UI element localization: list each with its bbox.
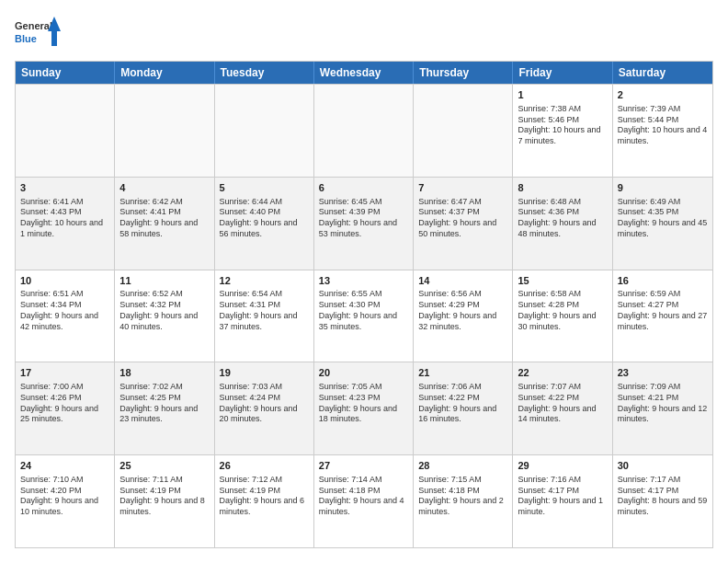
day-number: 27 [319,459,408,473]
day-number: 4 [119,181,209,195]
cell-info: Sunrise: 7:03 AM Sunset: 4:24 PM Dayligh… [220,382,309,425]
empty-cell [115,85,214,177]
cell-info: Sunrise: 6:44 AM Sunset: 4:40 PM Dayligh… [220,197,309,240]
cell-info: Sunrise: 6:47 AM Sunset: 4:37 PM Dayligh… [418,197,507,240]
cell-info: Sunrise: 6:45 AM Sunset: 4:39 PM Dayligh… [319,197,408,240]
calendar-row-1: 3Sunrise: 6:41 AM Sunset: 4:43 PM Daylig… [16,177,712,270]
cell-info: Sunrise: 7:17 AM Sunset: 4:17 PM Dayligh… [618,475,708,518]
day-number: 18 [119,366,209,380]
cell-info: Sunrise: 7:02 AM Sunset: 4:25 PM Dayligh… [119,382,209,425]
day-cell-18: 18Sunrise: 7:02 AM Sunset: 4:25 PM Dayli… [115,362,214,454]
day-number: 17 [20,366,109,380]
calendar-row-2: 10Sunrise: 6:51 AM Sunset: 4:34 PM Dayli… [16,270,712,362]
day-cell-25: 25Sunrise: 7:11 AM Sunset: 4:19 PM Dayli… [115,455,214,547]
day-number: 13 [319,274,408,288]
day-number: 19 [220,366,309,380]
cell-info: Sunrise: 6:52 AM Sunset: 4:32 PM Dayligh… [119,289,209,332]
day-number: 28 [418,459,507,473]
calendar-row-4: 24Sunrise: 7:10 AM Sunset: 4:20 PM Dayli… [16,454,712,547]
day-cell-11: 11Sunrise: 6:52 AM Sunset: 4:32 PM Dayli… [115,270,214,362]
cell-info: Sunrise: 7:05 AM Sunset: 4:23 PM Dayligh… [319,382,408,425]
day-cell-30: 30Sunrise: 7:17 AM Sunset: 4:17 PM Dayli… [613,455,712,547]
day-number: 24 [20,459,109,473]
svg-text:General: General [15,20,52,31]
cell-info: Sunrise: 7:09 AM Sunset: 4:21 PM Dayligh… [618,382,708,425]
day-cell-22: 22Sunrise: 7:07 AM Sunset: 4:22 PM Dayli… [513,362,612,454]
day-cell-10: 10Sunrise: 6:51 AM Sunset: 4:34 PM Dayli… [16,270,115,362]
day-cell-17: 17Sunrise: 7:00 AM Sunset: 4:26 PM Dayli… [16,362,115,454]
day-cell-29: 29Sunrise: 7:16 AM Sunset: 4:17 PM Dayli… [513,455,612,547]
cell-info: Sunrise: 6:41 AM Sunset: 4:43 PM Dayligh… [20,197,109,240]
cell-info: Sunrise: 6:58 AM Sunset: 4:28 PM Dayligh… [518,289,607,332]
day-number: 2 [618,88,708,102]
cell-info: Sunrise: 7:14 AM Sunset: 4:18 PM Dayligh… [319,475,408,518]
empty-cell [215,85,314,177]
day-cell-24: 24Sunrise: 7:10 AM Sunset: 4:20 PM Dayli… [16,455,115,547]
calendar-row-3: 17Sunrise: 7:00 AM Sunset: 4:26 PM Dayli… [16,362,712,454]
day-number: 22 [518,366,607,380]
day-cell-2: 2Sunrise: 7:39 AM Sunset: 5:44 PM Daylig… [613,85,712,177]
day-number: 5 [220,181,309,195]
empty-cell [314,85,414,177]
day-cell-12: 12Sunrise: 6:54 AM Sunset: 4:31 PM Dayli… [215,270,314,362]
day-cell-20: 20Sunrise: 7:05 AM Sunset: 4:23 PM Dayli… [314,362,414,454]
day-number: 10 [20,274,109,288]
day-number: 21 [418,366,507,380]
day-number: 16 [618,274,708,288]
day-number: 6 [319,181,408,195]
day-cell-26: 26Sunrise: 7:12 AM Sunset: 4:19 PM Dayli… [215,455,314,547]
day-number: 9 [618,181,708,195]
cell-info: Sunrise: 7:12 AM Sunset: 4:19 PM Dayligh… [220,475,309,518]
header-cell-thursday: Thursday [414,62,513,84]
day-number: 15 [518,274,607,288]
day-number: 29 [518,459,607,473]
day-cell-28: 28Sunrise: 7:15 AM Sunset: 4:18 PM Dayli… [414,455,513,547]
cell-info: Sunrise: 6:42 AM Sunset: 4:41 PM Dayligh… [119,197,209,240]
cell-info: Sunrise: 7:00 AM Sunset: 4:26 PM Dayligh… [20,382,109,425]
cell-info: Sunrise: 7:38 AM Sunset: 5:46 PM Dayligh… [518,104,607,147]
header-cell-wednesday: Wednesday [314,62,414,84]
cell-info: Sunrise: 6:49 AM Sunset: 4:35 PM Dayligh… [618,197,708,240]
cell-info: Sunrise: 6:59 AM Sunset: 4:27 PM Dayligh… [618,289,708,332]
day-cell-16: 16Sunrise: 6:59 AM Sunset: 4:27 PM Dayli… [613,270,712,362]
day-cell-6: 6Sunrise: 6:45 AM Sunset: 4:39 PM Daylig… [314,178,414,270]
calendar-header: SundayMondayTuesdayWednesdayThursdayFrid… [16,62,712,84]
day-cell-21: 21Sunrise: 7:06 AM Sunset: 4:22 PM Dayli… [414,362,513,454]
day-number: 12 [220,274,309,288]
day-cell-5: 5Sunrise: 6:44 AM Sunset: 4:40 PM Daylig… [215,178,314,270]
cell-info: Sunrise: 7:16 AM Sunset: 4:17 PM Dayligh… [518,475,607,518]
day-cell-7: 7Sunrise: 6:47 AM Sunset: 4:37 PM Daylig… [414,178,513,270]
svg-text:Blue: Blue [15,33,37,44]
cell-info: Sunrise: 6:55 AM Sunset: 4:30 PM Dayligh… [319,289,408,332]
cell-info: Sunrise: 7:06 AM Sunset: 4:22 PM Dayligh… [418,382,507,425]
cell-info: Sunrise: 6:56 AM Sunset: 4:29 PM Dayligh… [418,289,507,332]
day-number: 20 [319,366,408,380]
cell-info: Sunrise: 7:11 AM Sunset: 4:19 PM Dayligh… [119,475,209,518]
header-cell-friday: Friday [513,62,612,84]
cell-info: Sunrise: 6:51 AM Sunset: 4:34 PM Dayligh… [20,289,109,332]
day-cell-19: 19Sunrise: 7:03 AM Sunset: 4:24 PM Dayli… [215,362,314,454]
day-cell-27: 27Sunrise: 7:14 AM Sunset: 4:18 PM Dayli… [314,455,414,547]
day-cell-15: 15Sunrise: 6:58 AM Sunset: 4:28 PM Dayli… [513,270,612,362]
empty-cell [414,85,513,177]
header-cell-tuesday: Tuesday [215,62,314,84]
empty-cell [16,85,115,177]
day-number: 23 [618,366,708,380]
day-number: 11 [119,274,209,288]
day-cell-1: 1Sunrise: 7:38 AM Sunset: 5:46 PM Daylig… [513,85,612,177]
cell-info: Sunrise: 7:39 AM Sunset: 5:44 PM Dayligh… [618,104,708,147]
cell-info: Sunrise: 6:48 AM Sunset: 4:36 PM Dayligh… [518,197,607,240]
cell-info: Sunrise: 6:54 AM Sunset: 4:31 PM Dayligh… [220,289,309,332]
day-number: 1 [518,88,607,102]
header-cell-sunday: Sunday [16,62,115,84]
logo: General Blue [15,15,61,52]
day-cell-23: 23Sunrise: 7:09 AM Sunset: 4:21 PM Dayli… [613,362,712,454]
day-number: 25 [119,459,209,473]
day-cell-4: 4Sunrise: 6:42 AM Sunset: 4:41 PM Daylig… [115,178,214,270]
cell-info: Sunrise: 7:07 AM Sunset: 4:22 PM Dayligh… [518,382,607,425]
day-cell-8: 8Sunrise: 6:48 AM Sunset: 4:36 PM Daylig… [513,178,612,270]
header-cell-monday: Monday [115,62,214,84]
day-cell-9: 9Sunrise: 6:49 AM Sunset: 4:35 PM Daylig… [613,178,712,270]
day-cell-13: 13Sunrise: 6:55 AM Sunset: 4:30 PM Dayli… [314,270,414,362]
calendar: SundayMondayTuesdayWednesdayThursdayFrid… [15,61,713,548]
